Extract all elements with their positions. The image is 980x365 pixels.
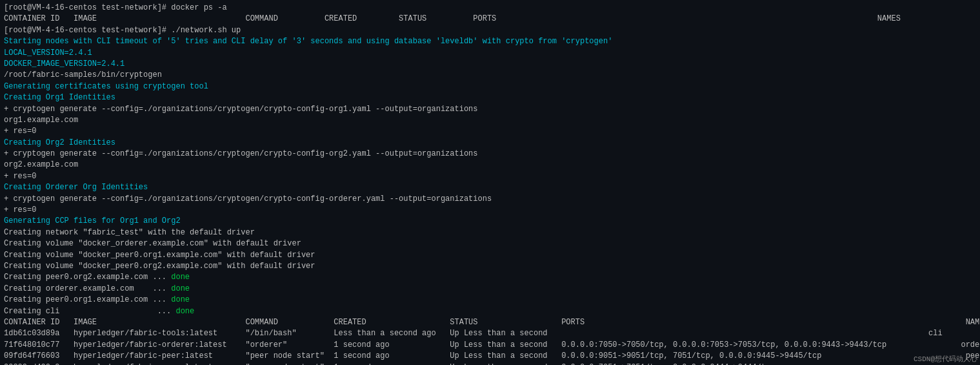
terminal-content: [root@VM-4-16-centos test-network]# dock… [4,3,976,365]
terminal-line: Creating cli ... done [4,306,976,317]
terminal-line: Creating peer0.org1.example.com ... done [4,295,976,306]
terminal-line: Creating Org2 Identities [4,138,976,149]
terminal-line: 71f648010c77 hyperledger/fabric-orderer:… [4,340,976,351]
terminal-line: 09fd64f76603 hyperledger/fabric-peer:lat… [4,351,976,362]
terminal-line: + res=0 [4,205,976,216]
terminal-line: CONTAINER ID IMAGE COMMAND CREATED STATU… [4,317,976,328]
terminal-line: + cryptogen generate --config=./organiza… [4,194,976,205]
terminal-line: Creating orderer.example.com ... done [4,284,976,295]
terminal-line: org2.example.com [4,160,976,171]
terminal-line: Generating CCP files for Org1 and Org2 [4,216,976,227]
terminal-line: CONTAINER ID IMAGE COMMAND CREATED STATU… [4,14,976,25]
terminal-line: [root@VM-4-16-centos test-network]# ./ne… [4,25,976,36]
terminal-line: 99300ad400a9 hyperledger/fabric-peer:lat… [4,362,976,366]
terminal-line: + cryptogen generate --config=./organiza… [4,104,976,115]
terminal-line: 1db61c03d89a hyperledger/fabric-tools:la… [4,328,976,339]
watermark: CSDN@想代码动人心 [914,354,977,364]
terminal-line: DOCKER_IMAGE_VERSION=2.4.1 [4,59,976,70]
terminal-line: Creating Orderer Org Identities [4,182,976,193]
terminal-line: + res=0 [4,171,976,182]
terminal-line: Generating certificates using cryptogen … [4,81,976,92]
terminal-line: Creating network "fabric_test" with the … [4,227,976,238]
terminal-line: + cryptogen generate --config=./organiza… [4,149,976,160]
terminal-line: + res=0 [4,126,976,137]
terminal-window: [root@VM-4-16-centos test-network]# dock… [0,0,980,365]
terminal-line: [root@VM-4-16-centos test-network]# dock… [4,3,976,14]
terminal-line: Creating Org1 Identities [4,92,976,103]
terminal-line: Creating peer0.org2.example.com ... done [4,272,976,283]
terminal-line: Creating volume "docker_peer0.org1.examp… [4,250,976,261]
terminal-line: /root/fabric-samples/bin/cryptogen [4,70,976,81]
terminal-line: org1.example.com [4,115,976,126]
terminal-line: Starting nodes with CLI timeout of '5' t… [4,36,976,47]
terminal-line: Creating volume "docker_orderer.example.… [4,238,976,249]
terminal-line: LOCAL_VERSION=2.4.1 [4,48,976,59]
terminal-line: Creating volume "docker_peer0.org2.examp… [4,261,976,272]
